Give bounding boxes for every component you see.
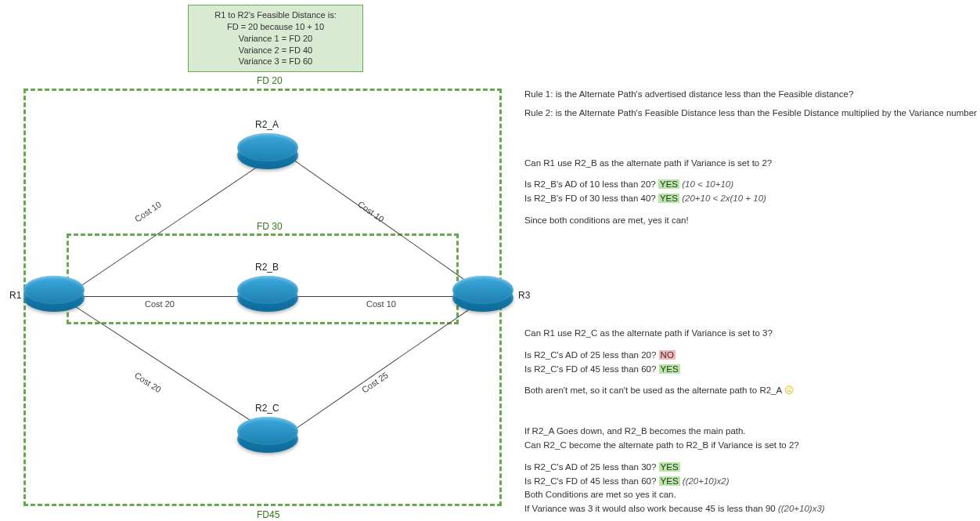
cost-r1-r2b: Cost 20 bbox=[145, 299, 175, 309]
q1-line1: Is R2_B's AD of 10 less than 20? YES (10… bbox=[524, 178, 978, 192]
router-r2b bbox=[237, 284, 298, 312]
question-2: Can R1 use R2_C as the alternate path if… bbox=[524, 327, 978, 398]
q2-conclusion: Both aren't met, so it can't be used as … bbox=[524, 384, 978, 398]
rules-panel: Rule 1: is the Alternate Path's advertis… bbox=[524, 88, 978, 521]
q1-conclusion: Since both conditions are met, yes it ca… bbox=[524, 214, 978, 228]
router-r1-label: R1 bbox=[9, 290, 21, 301]
question-1: Can R1 use R2_B as the alternate path if… bbox=[524, 157, 978, 228]
link-r1-r2b bbox=[72, 296, 248, 297]
q1-line2: Is R2_B's FD of 30 less than 40? YES (20… bbox=[524, 192, 978, 206]
fd-line: Variance 2 = FD 40 bbox=[195, 45, 356, 56]
fd-line: Variance 3 = FD 60 bbox=[195, 56, 356, 67]
sad-face-icon: ☹ bbox=[784, 385, 794, 395]
fd-info-box: R1 to R2's Feasible Distance is: FD = 20… bbox=[188, 5, 363, 72]
q2-line2: Is R2_C's FD of 45 less than 60? YES bbox=[524, 363, 978, 377]
q1-title: Can R1 use R2_B as the alternate path if… bbox=[524, 157, 978, 171]
q3-p1: If R2_A Goes down, and R2_B becomes the … bbox=[524, 425, 978, 439]
link-r2b-r3 bbox=[297, 296, 462, 297]
q3-line1: Is R2_C's AD of 25 less than 30? YES bbox=[524, 461, 978, 475]
rule-2: Rule 2: is the Alternate Path's Feasible… bbox=[524, 107, 978, 121]
question-3: If R2_A Goes down, and R2_B becomes the … bbox=[524, 425, 978, 516]
router-r2a bbox=[237, 141, 298, 169]
q3-c1: Both Conditions are met so yes it can. bbox=[524, 488, 978, 502]
router-r2b-label: R2_B bbox=[255, 262, 279, 273]
q3-line2: Is R2_C's FD of 45 less than 60? YES ((2… bbox=[524, 475, 978, 489]
q2-title: Can R1 use R2_C as the alternate path if… bbox=[524, 327, 978, 341]
router-r2c-label: R2_C bbox=[255, 403, 279, 414]
fd45-label: FD45 bbox=[257, 509, 279, 520]
fd20-label: FD 20 bbox=[257, 75, 283, 86]
router-r2c bbox=[237, 425, 298, 453]
q3-p2: Can R2_C become the alternate path to R2… bbox=[524, 439, 978, 453]
q2-line1: Is R2_C's AD of 25 less than 20? NO bbox=[524, 349, 978, 363]
fd-line: FD = 20 because 10 + 10 bbox=[195, 21, 356, 33]
router-r3 bbox=[452, 284, 513, 312]
fd-line: R1 to R2's Feasible Distance is: bbox=[195, 9, 356, 21]
cost-r2b-r3: Cost 10 bbox=[366, 299, 396, 309]
router-r1 bbox=[23, 284, 85, 312]
fd-line: Variance 1 = FD 20 bbox=[195, 33, 356, 45]
router-r2a-label: R2_A bbox=[255, 119, 279, 130]
q3-c2: If Variance was 3 it would also work bec… bbox=[524, 502, 978, 516]
rule-1: Rule 1: is the Alternate Path's advertis… bbox=[524, 88, 978, 102]
